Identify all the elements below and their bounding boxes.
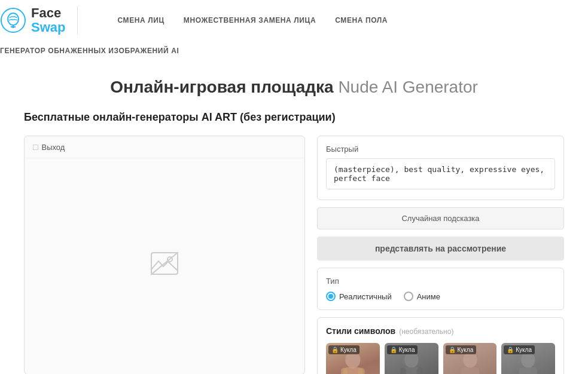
style-thumbnails-row1: 🔒 Кукла bbox=[326, 343, 555, 374]
upload-panel: □ Выход bbox=[24, 136, 305, 374]
radio-anime-label: Аниме bbox=[417, 292, 440, 301]
right-panel: Быстрый (masterpiece), best quality, exp… bbox=[317, 136, 564, 374]
logo-icon bbox=[0, 7, 26, 33]
svg-point-17 bbox=[521, 352, 535, 368]
upload-body[interactable] bbox=[25, 158, 304, 374]
radio-group: Реалистичный Аниме bbox=[326, 292, 555, 301]
svg-rect-16 bbox=[461, 367, 479, 374]
style-thumb-1[interactable]: 🔒 Кукла bbox=[326, 343, 380, 374]
page-title: Онлайн-игровая площадка Nude AI Generato… bbox=[24, 78, 564, 97]
submit-button[interactable]: представлять на рассмотрение bbox=[317, 237, 564, 260]
prompt-label: Быстрый bbox=[326, 145, 555, 154]
prompt-section: Быстрый (masterpiece), best quality, exp… bbox=[317, 136, 564, 200]
radio-anime[interactable]: Аниме bbox=[404, 292, 440, 301]
upload-label: Выход bbox=[41, 143, 65, 152]
svg-point-0 bbox=[1, 8, 25, 32]
svg-rect-13 bbox=[400, 368, 406, 374]
prompt-input[interactable]: (masterpiece), best quality, expressive … bbox=[326, 158, 555, 189]
nav-multi-face[interactable]: МНОЖЕСТВЕННАЯ ЗАМЕНА ЛИЦА bbox=[174, 10, 325, 30]
svg-line-6 bbox=[151, 252, 178, 275]
upload-header: □ Выход bbox=[25, 136, 304, 158]
styles-header: Стили символов (необязательно) bbox=[326, 326, 555, 336]
styles-title: Стили символов bbox=[326, 326, 395, 336]
style-thumb-2[interactable]: 🔒 Кукла bbox=[385, 343, 438, 374]
style-thumb-2-label: 🔒 Кукла bbox=[387, 345, 418, 354]
styles-optional: (необязательно) bbox=[399, 327, 453, 336]
type-label: Тип bbox=[326, 277, 555, 286]
nav-face-swap[interactable]: СМЕНА ЛИЦ bbox=[108, 10, 173, 30]
radio-realistic-inner bbox=[328, 294, 333, 299]
style-thumb-1-label: 🔒 Кукла bbox=[328, 345, 359, 354]
svg-point-15 bbox=[463, 352, 477, 368]
main-nav: СМЕНА ЛИЦ МНОЖЕСТВЕННАЯ ЗАМЕНА ЛИЦА СМЕН… bbox=[108, 10, 397, 30]
style-thumb-3[interactable]: 🔒 Кукла bbox=[443, 343, 497, 374]
random-hint-button[interactable]: Случайная подсказка bbox=[317, 207, 564, 229]
style-thumb-3-label: 🔒 Кукла bbox=[446, 345, 477, 354]
subtitle: Бесплатные онлайн-генераторы AI ART (без… bbox=[24, 111, 564, 124]
radio-realistic[interactable]: Реалистичный bbox=[326, 292, 392, 301]
styles-section: Стили символов (необязательно) 🔒 Кукла bbox=[317, 317, 564, 374]
logo-text: Face Swap bbox=[31, 6, 65, 35]
main-content: Онлайн-игровая площадка Nude AI Generato… bbox=[0, 60, 588, 374]
header: Face Swap СМЕНА ЛИЦ МНОЖЕСТВЕННАЯ ЗАМЕНА… bbox=[0, 0, 588, 60]
radio-anime-circle bbox=[404, 292, 413, 301]
nav-nude-ai[interactable]: ГЕНЕРАТОР ОБНАЖЕННЫХ ИЗОБРАЖЕНИЙ AI bbox=[0, 42, 179, 60]
exit-icon: □ bbox=[33, 142, 38, 152]
nav-gender-swap[interactable]: СМЕНА ПОЛА bbox=[325, 10, 397, 30]
svg-rect-18 bbox=[519, 367, 538, 374]
radio-realistic-circle bbox=[326, 292, 336, 301]
svg-point-11 bbox=[404, 352, 418, 368]
svg-point-1 bbox=[8, 13, 19, 25]
type-section: Тип Реалистичный Аниме bbox=[317, 268, 564, 310]
style-thumb-4-label: 🔒 Кукла bbox=[504, 345, 535, 354]
content-area: □ Выход Быстрый (mast bbox=[24, 136, 564, 374]
style-thumb-4[interactable]: 🔒 Кукла bbox=[501, 343, 555, 374]
svg-rect-14 bbox=[417, 368, 423, 374]
image-placeholder-icon bbox=[150, 252, 179, 281]
radio-realistic-label: Реалистичный bbox=[339, 292, 392, 301]
logo[interactable]: Face Swap bbox=[0, 6, 78, 35]
